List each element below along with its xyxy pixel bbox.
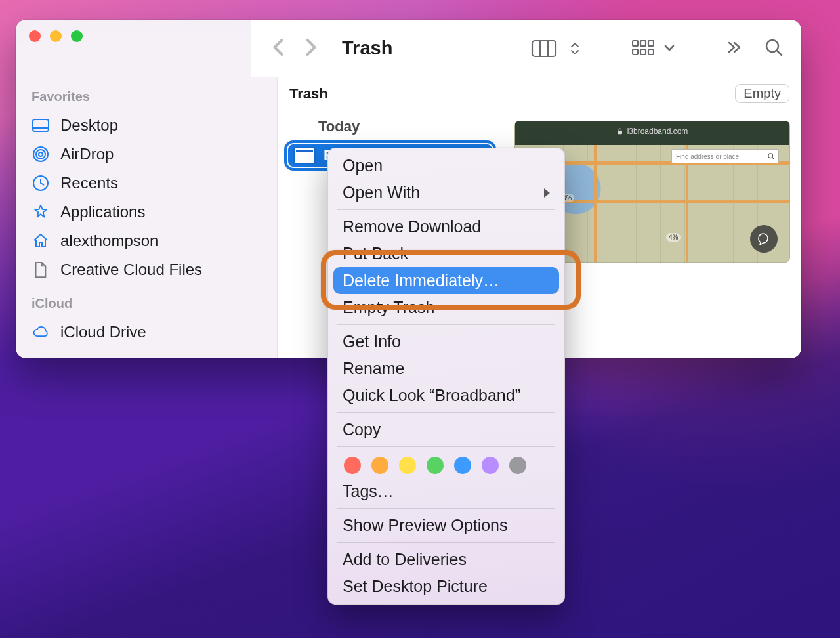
columns-view-icon: [531, 39, 557, 58]
sidebar-item-label: Applications: [60, 203, 145, 221]
chevron-updown-icon: [570, 42, 579, 55]
ctx-tags[interactable]: Tags…: [328, 478, 564, 505]
svg-line-19: [772, 158, 774, 160]
ctx-get-info[interactable]: Get Info: [328, 328, 564, 355]
preview-url-text: i3broadband.com: [627, 127, 688, 136]
document-icon: [32, 261, 50, 279]
back-button[interactable]: [271, 38, 285, 59]
svg-rect-4: [633, 49, 638, 54]
ctx-divider: [337, 542, 555, 543]
ctx-divider: [337, 508, 555, 509]
svg-rect-5: [640, 41, 646, 46]
tag-blue[interactable]: [454, 457, 471, 474]
airdrop-icon: [32, 145, 50, 163]
search-icon: [768, 153, 774, 160]
search-button[interactable]: [765, 38, 783, 59]
ctx-copy[interactable]: Copy: [328, 416, 564, 443]
ctx-remove-download[interactable]: Remove Download: [328, 213, 564, 240]
sidebar-item-label: Creative Cloud Files: [60, 261, 202, 279]
sidebar-titlebar-area: [16, 20, 251, 77]
tag-purple[interactable]: [482, 457, 499, 474]
sidebar-section-icloud: iCloud: [32, 296, 266, 311]
context-menu: Open Open With Remove Download Put Back …: [327, 148, 565, 605]
location-bar: Trash Empty: [278, 77, 801, 110]
chevron-down-icon: [663, 43, 675, 54]
tag-yellow[interactable]: [399, 457, 416, 474]
ctx-open[interactable]: Open: [328, 152, 564, 179]
toolbar: Trash: [251, 20, 801, 77]
sidebar-item-label: AirDrop: [60, 145, 114, 163]
preview-search-placeholder: Find address or place: [676, 153, 739, 160]
svg-rect-17: [618, 131, 622, 134]
house-icon: [32, 232, 50, 250]
close-window-button[interactable]: [29, 30, 41, 42]
group-by-button[interactable]: [632, 40, 675, 57]
empty-trash-button[interactable]: Empty: [735, 84, 789, 103]
sidebar-item-icloud-drive[interactable]: iCloud Drive: [32, 318, 266, 347]
forward-button[interactable]: [304, 38, 318, 59]
ctx-put-back[interactable]: Put Back: [328, 240, 564, 267]
sidebar-item-creative-cloud[interactable]: Creative Cloud Files: [32, 255, 266, 284]
svg-point-18: [768, 154, 773, 158]
window-controls: [16, 20, 251, 42]
svg-point-15: [39, 152, 43, 156]
svg-rect-7: [648, 41, 654, 46]
ctx-set-desktop-picture[interactable]: Set Desktop Picture: [328, 573, 564, 600]
svg-rect-3: [633, 41, 638, 46]
tag-red[interactable]: [344, 457, 361, 474]
clock-icon: [32, 174, 50, 192]
ctx-empty-trash[interactable]: Empty Trash: [328, 294, 564, 321]
sidebar-item-applications[interactable]: Applications: [32, 198, 266, 226]
sidebar-item-label: Recents: [60, 174, 118, 192]
lock-icon: [617, 128, 623, 135]
sidebar-item-recents[interactable]: Recents: [32, 169, 266, 198]
cloud-icon: [32, 323, 50, 341]
sidebar-item-label: alexthompson: [60, 232, 158, 250]
sidebar-item-label: Desktop: [60, 116, 118, 135]
sidebar-item-label: iCloud Drive: [60, 323, 146, 341]
ctx-rename[interactable]: Rename: [328, 355, 564, 382]
sidebar-item-home[interactable]: alexthompson: [32, 226, 266, 255]
tag-orange[interactable]: [371, 457, 388, 474]
sidebar-item-airdrop[interactable]: AirDrop: [32, 140, 266, 169]
desktop-icon: [32, 116, 50, 135]
svg-rect-0: [532, 41, 556, 56]
ctx-delete-immediately[interactable]: Delete Immediately…: [333, 267, 559, 294]
ctx-divider: [337, 324, 555, 325]
svg-rect-11: [33, 119, 49, 131]
svg-rect-8: [648, 49, 654, 54]
minimize-window-button[interactable]: [50, 30, 62, 42]
sidebar-item-desktop[interactable]: Desktop: [32, 111, 266, 140]
svg-line-10: [777, 51, 782, 55]
svg-point-14: [36, 150, 45, 159]
zoom-window-button[interactable]: [71, 30, 83, 42]
preview-map-search: Find address or place: [671, 149, 779, 163]
ctx-divider: [337, 446, 555, 447]
chat-bubble-icon: [750, 225, 778, 253]
ctx-open-with[interactable]: Open With: [328, 179, 564, 206]
group-icon: [632, 40, 654, 57]
tag-green[interactable]: [427, 457, 444, 474]
applications-icon: [32, 203, 50, 221]
ctx-quick-look[interactable]: Quick Look “Broadband”: [328, 382, 564, 409]
more-toolbar-button[interactable]: [728, 40, 746, 57]
location-title: Trash: [289, 85, 328, 102]
ctx-divider: [337, 209, 555, 210]
sidebar: Favorites Desktop AirDrop Recents Applic…: [16, 77, 278, 358]
preview-url-bar: i3broadband.com: [617, 127, 688, 136]
window-title: Trash: [342, 37, 392, 59]
webloc-file-icon: [293, 147, 316, 164]
ctx-show-preview-options[interactable]: Show Preview Options: [328, 512, 564, 539]
svg-rect-6: [640, 49, 646, 54]
preview-label-2: 4%: [666, 233, 681, 242]
ctx-add-to-deliveries[interactable]: Add to Deliveries: [328, 546, 564, 573]
ctx-tag-colors: [328, 450, 564, 478]
tag-gray[interactable]: [509, 457, 526, 474]
sidebar-section-favorites: Favorites: [32, 89, 266, 104]
view-mode-button[interactable]: [531, 39, 579, 58]
ctx-divider: [337, 412, 555, 413]
date-group-header: Today: [278, 110, 503, 143]
